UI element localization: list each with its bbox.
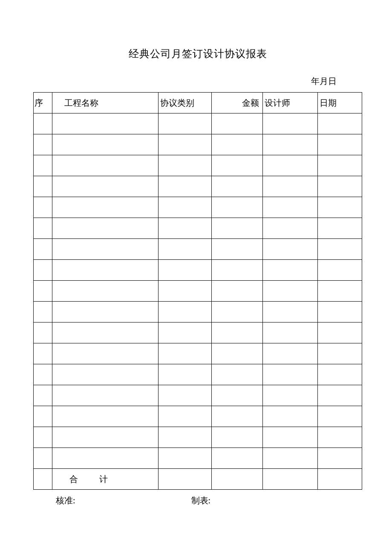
- footer: 核准: 制表:: [33, 495, 362, 506]
- cell-seq: [34, 364, 52, 385]
- cell-seq: [34, 323, 52, 343]
- cell-seq: [34, 406, 52, 427]
- cell-project-name: [52, 113, 158, 134]
- cell-date: [318, 155, 362, 176]
- cell-amount: [212, 406, 263, 427]
- cell-date: [318, 364, 362, 385]
- cell-amount: [212, 427, 263, 448]
- table-row: [34, 302, 362, 323]
- cell-project-name: [52, 155, 158, 176]
- cell-amount: [212, 134, 263, 155]
- cell-project-name: [52, 448, 158, 469]
- cell-seq: [34, 155, 52, 176]
- cell-designer: [263, 343, 318, 364]
- table-row: [34, 364, 362, 385]
- table-row: [34, 155, 362, 176]
- cell-project-name: [52, 427, 158, 448]
- cell-seq: [34, 218, 52, 239]
- table-row: [34, 260, 362, 281]
- header-seq: 序: [34, 93, 52, 113]
- cell-amount: [212, 385, 263, 406]
- cell-date: [318, 134, 362, 155]
- cell-amount: [212, 260, 263, 281]
- cell-date: [318, 406, 362, 427]
- agreement-report-table: 序 工程名称 协议类别 金额 设计师 日期: [33, 92, 362, 490]
- cell-agreement-type: [158, 343, 212, 364]
- cell-project-name: [52, 239, 158, 260]
- header-amount: 金额: [212, 93, 263, 113]
- cell-project-name: [52, 364, 158, 385]
- cell-date: [318, 427, 362, 448]
- page-title: 经典公司月签订设计协议报表: [33, 47, 362, 61]
- table-body: 合计: [34, 113, 362, 490]
- cell-amount: [212, 197, 263, 218]
- table-row: [34, 385, 362, 406]
- table-row: [34, 176, 362, 197]
- header-agreement-type: 协议类别: [158, 93, 212, 113]
- cell-amount: [212, 113, 263, 134]
- cell-seq: [34, 302, 52, 323]
- cell-date: [318, 323, 362, 343]
- cell-project-name: [52, 260, 158, 281]
- cell-designer: [263, 197, 318, 218]
- cell-date: [318, 281, 362, 302]
- table-row: [34, 134, 362, 155]
- cell-amount: [212, 302, 263, 323]
- cell-amount: [212, 448, 263, 469]
- cell-agreement-type: [158, 239, 212, 260]
- cell-total-date: [318, 469, 362, 490]
- cell-date: [318, 448, 362, 469]
- cell-agreement-type: [158, 197, 212, 218]
- table-total-row: 合计: [34, 469, 362, 490]
- cell-designer: [263, 134, 318, 155]
- cell-project-name: [52, 302, 158, 323]
- cell-total-amount: [212, 469, 263, 490]
- cell-agreement-type: [158, 218, 212, 239]
- cell-agreement-type: [158, 364, 212, 385]
- cell-amount: [212, 364, 263, 385]
- cell-designer: [263, 239, 318, 260]
- cell-project-name: [52, 281, 158, 302]
- cell-date: [318, 218, 362, 239]
- cell-designer: [263, 448, 318, 469]
- cell-date: [318, 113, 362, 134]
- cell-designer: [263, 260, 318, 281]
- cell-date: [318, 260, 362, 281]
- cell-agreement-type: [158, 406, 212, 427]
- cell-project-name: [52, 134, 158, 155]
- cell-amount: [212, 176, 263, 197]
- cell-project-name: [52, 197, 158, 218]
- cell-seq: [34, 197, 52, 218]
- cell-total-type: [158, 469, 212, 490]
- cell-project-name: [52, 176, 158, 197]
- table-row: [34, 197, 362, 218]
- cell-seq: [34, 448, 52, 469]
- cell-amount: [212, 155, 263, 176]
- table-row: [34, 406, 362, 427]
- cell-designer: [263, 155, 318, 176]
- cell-project-name: [52, 385, 158, 406]
- cell-seq: [34, 281, 52, 302]
- cell-seq: [34, 134, 52, 155]
- cell-seq: [34, 239, 52, 260]
- cell-agreement-type: [158, 113, 212, 134]
- table-row: [34, 448, 362, 469]
- cell-seq: [34, 343, 52, 364]
- table-row: [34, 113, 362, 134]
- cell-designer: [263, 218, 318, 239]
- cell-designer: [263, 385, 318, 406]
- header-project-name: 工程名称: [52, 93, 158, 113]
- table-row: [34, 218, 362, 239]
- cell-agreement-type: [158, 155, 212, 176]
- cell-agreement-type: [158, 385, 212, 406]
- table-row: [34, 323, 362, 343]
- footer-approver: 核准:: [56, 495, 75, 506]
- cell-project-name: [52, 406, 158, 427]
- cell-amount: [212, 323, 263, 343]
- table-row: [34, 343, 362, 364]
- cell-total-seq: [34, 469, 52, 490]
- header-date: 日期: [318, 93, 362, 113]
- cell-agreement-type: [158, 176, 212, 197]
- date-line: 年月日: [33, 76, 362, 87]
- cell-date: [318, 239, 362, 260]
